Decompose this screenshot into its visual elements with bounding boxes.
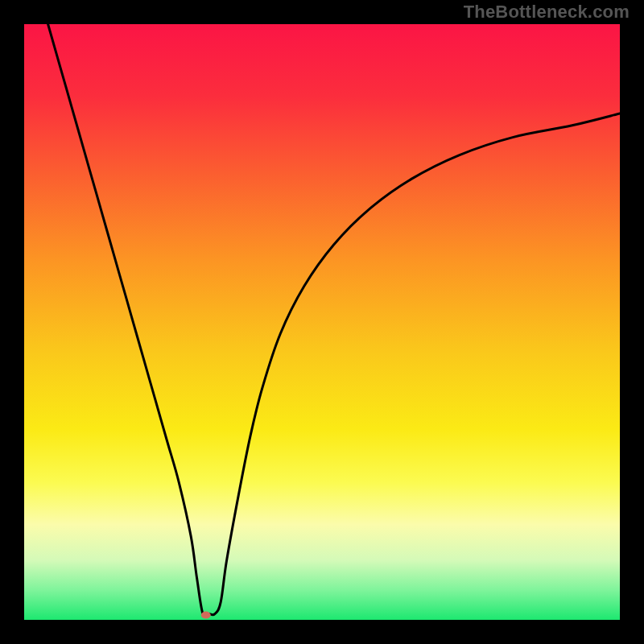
watermark: TheBottleneck.com — [464, 2, 630, 23]
plot-background — [24, 24, 620, 620]
bottleneck-chart — [0, 0, 644, 644]
marker-minimum-point — [201, 612, 211, 619]
chart-container: TheBottleneck.com — [0, 0, 644, 644]
